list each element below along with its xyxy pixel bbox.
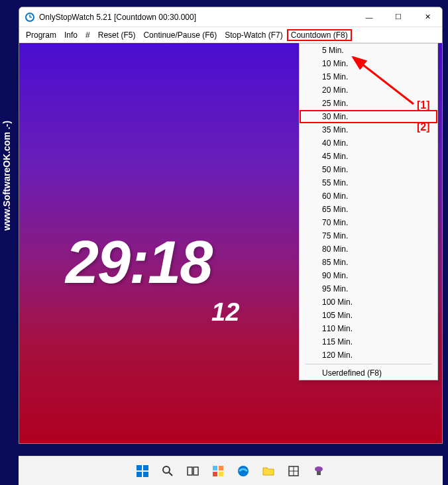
window-title: OnlyStopWatch 5.21 [Countdown 00:30.000] [39,13,355,22]
dropdown-item-5min[interactable]: 5 Min. [300,44,437,57]
dropdown-item-80min[interactable]: 80 Min. [300,242,437,256]
widgets-icon[interactable] [208,461,228,481]
svg-line-3 [361,63,414,104]
content-area: 29:18 12 5 Min. 10 Min. 15 Min. 20 Min. … [19,43,442,443]
svg-rect-15 [219,472,223,476]
svg-line-9 [169,472,172,476]
dropdown-item-100min[interactable]: 100 Min. [300,296,437,309]
svg-point-20 [315,466,323,472]
svg-rect-7 [143,472,148,477]
timer-display-main: 29:18 [66,229,211,297]
dropdown-item-userdefined[interactable]: Userdefined (F8) [300,366,437,380]
maximize-button[interactable]: ☐ [384,7,413,27]
menu-info[interactable]: Info [60,29,82,41]
minimize-button[interactable]: — [355,7,384,27]
menu-stop-watch[interactable]: Stop-Watch (F7) [221,29,287,41]
app-icon [25,12,35,23]
dropdown-item-115min[interactable]: 115 Min. [300,335,437,349]
menu-continue-pause[interactable]: Continue/Pause (F6) [139,29,221,41]
menu-program[interactable]: Program [22,29,60,41]
svg-rect-5 [143,465,148,470]
dropdown-item-75min[interactable]: 75 Min. [300,229,437,242]
taskview-icon[interactable] [183,461,203,481]
titlebar: OnlyStopWatch 5.21 [Countdown 00:30.000]… [19,7,442,27]
svg-rect-10 [188,467,192,475]
start-icon[interactable] [133,461,152,481]
svg-rect-4 [137,465,142,470]
annotation-arrow-icon [344,56,423,116]
explorer-icon[interactable] [258,461,278,481]
dropdown-item-85min[interactable]: 85 Min. [300,256,437,269]
dropdown-item-70min[interactable]: 70 Min. [300,216,437,229]
svg-rect-21 [317,471,321,475]
svg-point-8 [163,466,170,473]
dropdown-item-60min[interactable]: 60 Min. [300,189,437,203]
close-button[interactable]: ✕ [413,7,442,27]
svg-rect-14 [213,472,217,476]
dropdown-item-105min[interactable]: 105 Min. [300,309,437,322]
watermark-text: www.SoftwareOK.com .-) [1,121,12,231]
window-controls: — ☐ ✕ [355,7,442,27]
svg-rect-11 [194,467,198,475]
svg-rect-6 [137,472,142,477]
app-icon-1[interactable] [284,461,304,481]
taskbar [19,456,443,485]
svg-rect-13 [219,466,223,470]
dropdown-item-65min[interactable]: 65 Min. [300,203,437,216]
dropdown-item-90min[interactable]: 90 Min. [300,269,437,282]
dropdown-separator [305,364,432,364]
menu-hash[interactable]: # [82,29,94,41]
dropdown-item-50min[interactable]: 50 Min. [300,163,437,176]
annotation-label-2: [2] [417,121,430,133]
annotation-label-1: [1] [417,99,430,111]
timer-display-sub: 12 [211,298,239,327]
dropdown-item-120min[interactable]: 120 Min. [300,349,437,362]
dropdown-item-45min[interactable]: 45 Min. [300,150,437,163]
edge-icon[interactable] [233,461,253,481]
menu-countdown[interactable]: Countdown (F8) [287,29,352,41]
dropdown-item-55min[interactable]: 55 Min. [300,176,437,189]
dropdown-item-95min[interactable]: 95 Min. [300,282,437,296]
menu-reset[interactable]: Reset (F5) [94,29,140,41]
app-window: OnlyStopWatch 5.21 [Countdown 00:30.000]… [19,7,443,444]
search-icon[interactable] [158,461,178,481]
svg-rect-12 [213,466,217,470]
dropdown-item-40min[interactable]: 40 Min. [300,136,437,150]
app-icon-2[interactable] [309,461,329,481]
menubar: Program Info # Reset (F5) Continue/Pause… [19,27,442,43]
dropdown-item-110min[interactable]: 110 Min. [300,322,437,335]
